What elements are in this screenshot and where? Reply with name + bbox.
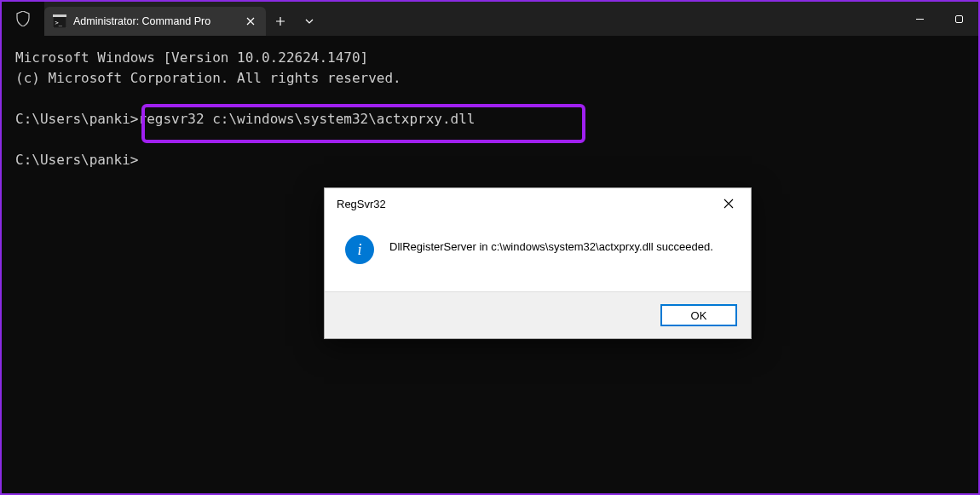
info-icon: i bbox=[345, 235, 374, 264]
new-tab-button[interactable] bbox=[266, 7, 295, 36]
window-controls bbox=[900, 2, 978, 36]
regsvr32-dialog: RegSvr32 i DllRegisterServer in c:\windo… bbox=[324, 187, 752, 339]
window-titlebar: >_ Administrator: Command Pro bbox=[2, 2, 978, 36]
svg-rect-1 bbox=[53, 14, 66, 17]
prompt-1: C:\Users\panki> bbox=[15, 111, 139, 127]
svg-rect-3 bbox=[955, 15, 962, 22]
dialog-close-button[interactable] bbox=[710, 191, 747, 216]
ok-button[interactable]: OK bbox=[660, 304, 737, 326]
dialog-body: i DllRegisterServer in c:\windows\system… bbox=[325, 219, 751, 291]
svg-text:>_: >_ bbox=[55, 20, 63, 26]
close-tab-button[interactable] bbox=[242, 13, 259, 30]
copyright-line: (c) Microsoft Corporation. All rights re… bbox=[15, 70, 401, 86]
minimize-button[interactable] bbox=[900, 2, 939, 36]
prompt-2: C:\Users\panki> bbox=[15, 152, 139, 168]
maximize-button[interactable] bbox=[939, 2, 978, 36]
dialog-message: DllRegisterServer in c:\windows\system32… bbox=[389, 238, 713, 253]
version-line: Microsoft Windows [Version 10.0.22624.14… bbox=[15, 49, 368, 66]
shield-icon bbox=[2, 2, 44, 36]
dialog-footer: OK bbox=[325, 291, 751, 338]
terminal-tab[interactable]: >_ Administrator: Command Pro bbox=[44, 7, 266, 36]
tab-dropdown-button[interactable] bbox=[295, 7, 324, 36]
command-prompt-icon: >_ bbox=[53, 14, 66, 28]
dialog-titlebar[interactable]: RegSvr32 bbox=[325, 188, 751, 219]
command-text: regsvr32 c:\windows\system32\actxprxy.dl… bbox=[139, 111, 476, 127]
dialog-title: RegSvr32 bbox=[337, 198, 386, 210]
tab-title: Administrator: Command Pro bbox=[73, 15, 235, 27]
terminal-output[interactable]: Microsoft Windows [Version 10.0.22624.14… bbox=[2, 36, 978, 182]
